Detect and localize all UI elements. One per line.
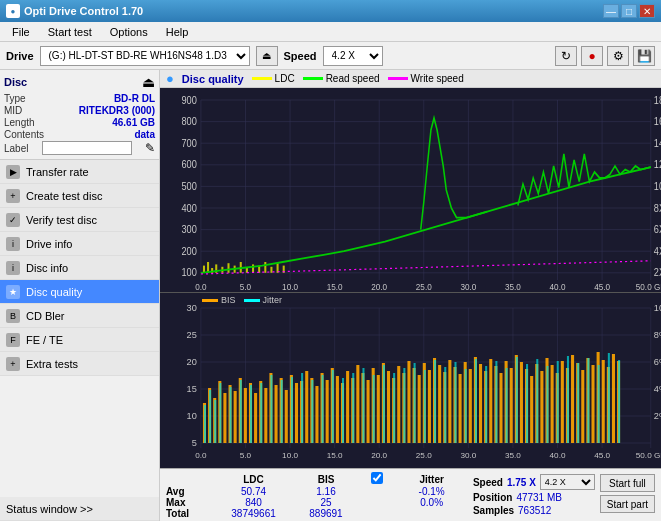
nav-extra-tests[interactable]: + Extra tests [0, 352, 159, 376]
svg-rect-0 [160, 88, 661, 292]
menu-help[interactable]: Help [158, 24, 197, 40]
svg-rect-218 [506, 368, 508, 443]
svg-text:400: 400 [181, 202, 197, 214]
menu-file[interactable]: File [4, 24, 38, 40]
svg-rect-206 [383, 365, 385, 443]
max-jitter: 0.0% [395, 497, 468, 508]
nav-fe-te[interactable]: F FE / TE [0, 328, 159, 352]
svg-text:10%: 10% [654, 303, 661, 313]
create-test-icon: + [6, 189, 20, 203]
ldc-header: LDC [214, 472, 292, 486]
extra-tests-icon: + [6, 357, 20, 371]
svg-text:300: 300 [181, 224, 197, 236]
nav-extra-tests-label: Extra tests [26, 358, 78, 370]
cd-bler-icon: B [6, 309, 20, 323]
samples-label: Samples [473, 505, 514, 516]
nav-create-test-disc[interactable]: + Create test disc [0, 184, 159, 208]
nav-transfer-rate[interactable]: ▶ Transfer rate [0, 160, 159, 184]
length-value: 46.61 GB [112, 117, 155, 128]
refresh-icon[interactable]: ↻ [555, 46, 577, 66]
svg-rect-159 [479, 364, 482, 443]
svg-rect-177 [571, 355, 574, 443]
svg-rect-165 [510, 368, 513, 443]
menu-start-test[interactable]: Start test [40, 24, 100, 40]
svg-rect-137 [367, 380, 370, 443]
svg-rect-209 [414, 363, 416, 443]
drive-info-icon: i [6, 237, 20, 251]
nav-disc-quality[interactable]: ★ Disc quality [0, 280, 159, 304]
chart-header: ● Disc quality LDC Read speed Write spee… [160, 70, 661, 88]
svg-rect-219 [516, 357, 518, 443]
svg-rect-167 [520, 362, 523, 443]
top-chart-svg: 900 800 700 600 500 400 300 200 100 18X … [160, 88, 661, 292]
svg-rect-189 [214, 400, 216, 443]
svg-rect-188 [209, 390, 211, 443]
eject-button[interactable]: ⏏ [256, 46, 278, 66]
svg-rect-145 [407, 361, 410, 443]
svg-rect-190 [219, 383, 221, 443]
position-label: Position [473, 492, 512, 503]
svg-text:25.0: 25.0 [416, 451, 432, 460]
disc-eject-icon[interactable]: ⏏ [142, 74, 155, 90]
max-bis: 25 [293, 497, 359, 508]
svg-text:30.0: 30.0 [460, 451, 476, 460]
nav-verify-test-disc[interactable]: ✓ Verify test disc [0, 208, 159, 232]
svg-rect-185 [612, 354, 615, 443]
svg-text:800: 800 [181, 116, 197, 128]
nav-create-test-label: Create test disc [26, 190, 102, 202]
speed-dropdown[interactable]: 4.2 X [540, 474, 595, 490]
svg-text:25.0: 25.0 [416, 281, 432, 292]
minimize-button[interactable]: — [603, 4, 619, 18]
svg-rect-223 [557, 361, 559, 443]
svg-text:900: 900 [181, 94, 197, 106]
drive-select[interactable]: (G:) HL-DT-ST BD-RE WH16NS48 1.D3 [40, 46, 250, 66]
nav-drive-info[interactable]: i Drive info [0, 232, 159, 256]
settings-icon[interactable]: ⚙ [607, 46, 629, 66]
svg-rect-227 [598, 365, 600, 443]
start-part-button[interactable]: Start part [600, 495, 655, 513]
fe-te-icon: F [6, 333, 20, 347]
svg-text:200: 200 [181, 245, 197, 257]
nav-fe-te-label: FE / TE [26, 334, 63, 346]
status-window-button[interactable]: Status window >> [0, 497, 159, 521]
svg-rect-173 [551, 365, 554, 443]
nav-disc-info[interactable]: i Disc info [0, 256, 159, 280]
label-edit-icon[interactable]: ✎ [145, 141, 155, 155]
svg-rect-210 [424, 370, 426, 443]
svg-rect-183 [602, 360, 605, 443]
nav-transfer-rate-label: Transfer rate [26, 166, 89, 178]
disc-icon-btn[interactable]: ● [581, 46, 603, 66]
save-icon[interactable]: 💾 [633, 46, 655, 66]
chart-title: Disc quality [182, 73, 244, 85]
svg-rect-200 [322, 375, 324, 443]
legend-read-speed: Read speed [303, 73, 380, 84]
svg-rect-161 [489, 359, 492, 443]
speed-stat-label: Speed [473, 477, 503, 488]
svg-text:20.0: 20.0 [371, 281, 387, 292]
svg-rect-109 [223, 393, 226, 443]
nav-cd-bler[interactable]: B CD Bler [0, 304, 159, 328]
svg-rect-149 [428, 370, 431, 443]
svg-rect-191 [230, 387, 232, 443]
app-title: Opti Drive Control 1.70 [24, 5, 143, 17]
jitter-checkbox[interactable] [371, 472, 383, 484]
drive-bar: Drive (G:) HL-DT-ST BD-RE WH16NS48 1.D3 … [0, 42, 661, 70]
start-full-button[interactable]: Start full [600, 474, 655, 492]
svg-rect-205 [373, 375, 375, 443]
main-area: Disc ⏏ Type BD-R DL MID RITEKDR3 (000) L… [0, 70, 661, 521]
svg-text:50.0 GB: 50.0 GB [636, 281, 661, 292]
menu-options[interactable]: Options [102, 24, 156, 40]
svg-rect-169 [530, 376, 533, 443]
speed-select[interactable]: 4.2 X [323, 46, 383, 66]
menu-bar: File Start test Options Help [0, 22, 661, 42]
svg-rect-213 [454, 362, 456, 443]
transfer-rate-icon: ▶ [6, 165, 20, 179]
svg-text:16X: 16X [654, 116, 661, 128]
svg-rect-221 [536, 359, 538, 443]
close-button[interactable]: ✕ [639, 4, 655, 18]
bis-legend-label: BIS [221, 295, 236, 305]
maximize-button[interactable]: □ [621, 4, 637, 18]
app-icon: ● [6, 4, 20, 18]
label-input[interactable] [42, 141, 132, 155]
svg-rect-214 [465, 369, 467, 443]
